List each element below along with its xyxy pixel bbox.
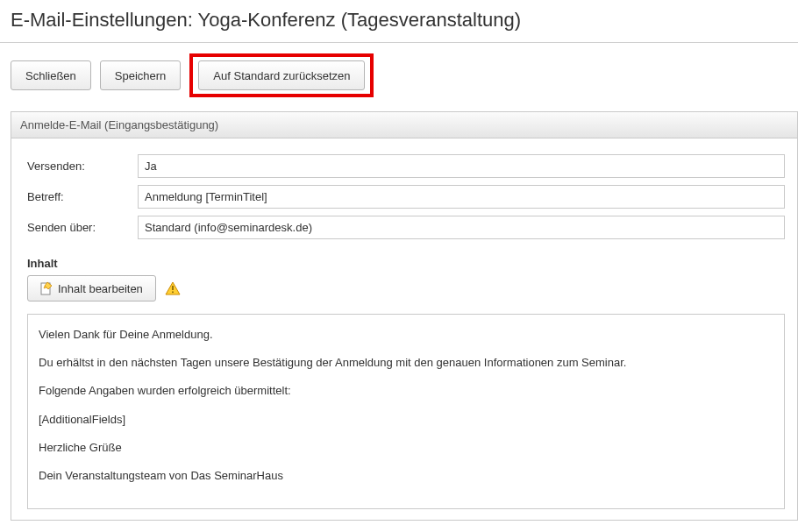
send-label: Versenden:: [27, 160, 138, 173]
panel-header: Anmelde-E-Mail (Eingangsbestätigung): [11, 112, 797, 138]
registration-email-panel: Anmelde-E-Mail (Eingangsbestätigung) Ver…: [11, 111, 798, 521]
subject-input[interactable]: [138, 185, 785, 209]
subject-label: Betreff:: [27, 190, 138, 203]
edit-content-button-label: Inhalt bearbeiten: [58, 282, 143, 295]
form-row-sendvia: Senden über: Standard (info@seminardesk.…: [27, 216, 785, 239]
content-section-label: Inhalt: [27, 257, 785, 270]
sendvia-label: Senden über:: [27, 221, 138, 234]
reset-to-default-button[interactable]: Auf Standard zurücksetzen: [198, 60, 365, 90]
form-row-send: Versenden: Ja: [27, 154, 785, 178]
content-p2: Du erhältst in den nächsten Tagen unsere…: [39, 355, 773, 371]
content-p5: Herzliche Grüße: [39, 440, 773, 456]
svg-rect-1: [172, 286, 174, 290]
close-button[interactable]: Schließen: [11, 60, 91, 90]
panel-body: Versenden: Ja Betreff: Senden über: Stan…: [11, 138, 797, 520]
page-title: E-Mail-Einstellungen: Yoga-Konferenz (Ta…: [0, 0, 798, 43]
edit-content-button[interactable]: Inhalt bearbeiten: [27, 275, 156, 301]
content-p4: [AdditionalFields]: [39, 412, 773, 428]
content-preview: Vielen Dank für Deine Anmeldung. Du erhä…: [27, 314, 785, 509]
warning-icon: [165, 281, 181, 295]
content-p1: Vielen Dank für Deine Anmeldung.: [39, 327, 773, 343]
edit-icon: [40, 281, 53, 295]
content-p3: Folgende Angaben wurden erfolgreich über…: [39, 383, 773, 399]
form-row-subject: Betreff:: [27, 185, 785, 209]
toolbar: Schließen Speichern Auf Standard zurücks…: [0, 43, 798, 106]
content-toolbar: Inhalt bearbeiten: [27, 275, 785, 301]
save-button[interactable]: Speichern: [100, 60, 182, 90]
svg-rect-2: [172, 292, 174, 294]
highlight-box: Auf Standard zurücksetzen: [189, 53, 374, 97]
content-p6: Dein Veranstaltungsteam von Das SeminarH…: [39, 468, 773, 484]
sendvia-select[interactable]: Standard (info@seminardesk.de): [138, 216, 785, 239]
send-select[interactable]: Ja: [138, 154, 785, 178]
